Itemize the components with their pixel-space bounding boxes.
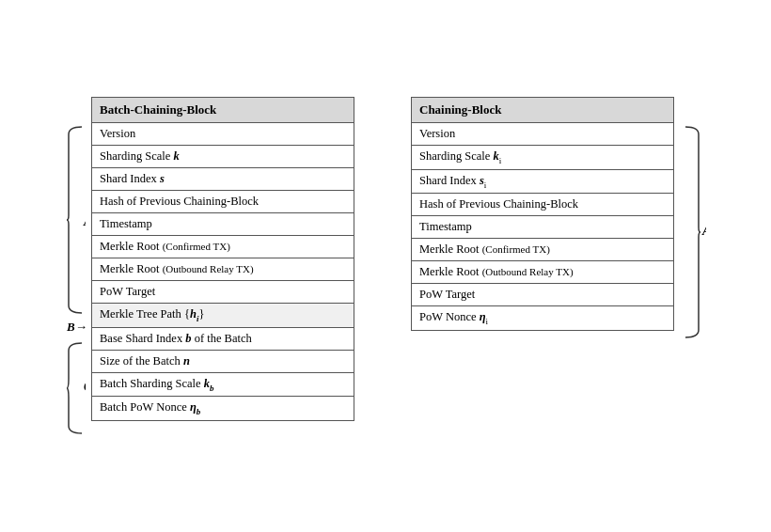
left-brace-A: A	[65, 125, 86, 315]
r-timestamp-cell: Timestamp	[412, 216, 674, 239]
left-table-header: Batch-Chaining-Block	[92, 98, 354, 123]
r-hash-prev-cell: Hash of Previous Chaining-Block	[412, 194, 674, 216]
table-row: Merkle Root (Outbound Relay TX)	[412, 261, 674, 284]
shard-index-cell: Shard Index s	[92, 168, 354, 191]
version-cell: Version	[92, 123, 354, 146]
table-row: Batch PoW Nonce ηb	[92, 397, 354, 421]
table-row: Merkle Root (Confirmed TX)	[412, 239, 674, 261]
table-row: Merkle Root (Confirmed TX)	[92, 236, 354, 258]
hash-prev-cell: Hash of Previous Chaining-Block	[92, 191, 354, 213]
table-row: Shard Index si	[412, 169, 674, 194]
table-row: Timestamp	[412, 216, 674, 239]
table-row: Hash of Previous Chaining-Block	[92, 191, 354, 213]
merkle-outbound-cell: Merkle Root (Outbound Relay TX)	[92, 258, 354, 281]
merkle-tree-path-cell: Merkle Tree Path {hi}	[92, 304, 354, 328]
table-row: Version	[92, 123, 354, 146]
size-batch-cell: Size of the Batch n	[92, 350, 354, 372]
right-block-wrapper: A Chaining-Block Version Sharding Scale …	[411, 97, 706, 339]
table-row: Merkle Tree Path {hi}	[92, 304, 354, 328]
table-row: Batch Sharding Scale kb	[92, 372, 354, 397]
batch-pow-nonce-cell: Batch PoW Nonce ηb	[92, 397, 354, 421]
table-row: Timestamp	[92, 213, 354, 236]
table-row: Sharding Scale ki	[412, 146, 674, 170]
r-version-cell: Version	[412, 123, 674, 146]
r-sharding-scale-cell: Sharding Scale ki	[412, 146, 674, 170]
table-row: Version	[412, 123, 674, 146]
sharding-scale-cell: Sharding Scale k	[92, 146, 354, 168]
table-row: Hash of Previous Chaining-Block	[412, 194, 674, 216]
left-block-wrapper: A B→ C Batch-Chaining-Block Version	[65, 97, 354, 435]
r-merkle-outbound-cell: Merkle Root (Outbound Relay TX)	[412, 261, 674, 284]
svg-text:B→: B→	[66, 320, 86, 334]
base-shard-index-cell: Base Shard Index b of the Batch	[92, 327, 354, 350]
r-pow-nonce-cell: PoW Nonce ηi	[412, 306, 674, 331]
batch-sharding-scale-cell: Batch Sharding Scale kb	[92, 372, 354, 397]
diagram-container: A B→ C Batch-Chaining-Block Version	[65, 97, 706, 435]
svg-text:A: A	[83, 214, 86, 228]
table-row: Sharding Scale k	[92, 146, 354, 168]
table-row: Merkle Root (Outbound Relay TX)	[92, 258, 354, 281]
right-brace-A: A	[680, 125, 706, 339]
table-row: Shard Index s	[92, 168, 354, 191]
table-row: PoW Target	[92, 281, 354, 304]
left-marker-B: B→	[65, 315, 86, 341]
left-labels: A B→ C	[65, 125, 86, 435]
table-row: PoW Nonce ηi	[412, 306, 674, 331]
left-brace-C: C	[65, 341, 86, 435]
r-shard-index-cell: Shard Index si	[412, 169, 674, 194]
table-row: Size of the Batch n	[92, 350, 354, 372]
right-table-header: Chaining-Block	[412, 98, 674, 123]
right-labels: A	[680, 125, 706, 339]
svg-text:C: C	[84, 380, 86, 394]
table-row: Base Shard Index b of the Batch	[92, 327, 354, 350]
merkle-confirmed-cell: Merkle Root (Confirmed TX)	[92, 236, 354, 258]
table-row: PoW Target	[412, 284, 674, 306]
timestamp-cell: Timestamp	[92, 213, 354, 236]
pow-target-cell: PoW Target	[92, 281, 354, 304]
left-table: Batch-Chaining-Block Version Sharding Sc…	[91, 97, 354, 421]
r-merkle-confirmed-cell: Merkle Root (Confirmed TX)	[412, 239, 674, 261]
r-pow-target-cell: PoW Target	[412, 284, 674, 306]
right-table: Chaining-Block Version Sharding Scale ki…	[411, 97, 674, 331]
svg-text:A: A	[701, 224, 706, 238]
